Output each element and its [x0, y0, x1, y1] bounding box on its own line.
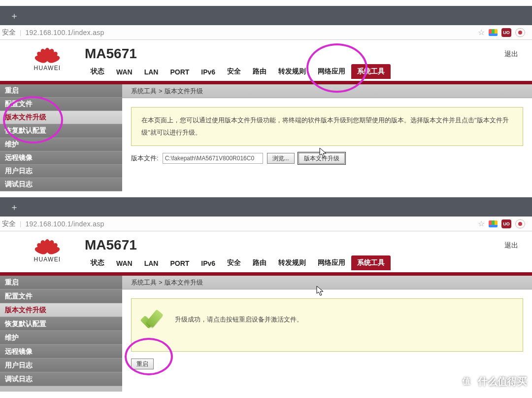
watermark-badge-icon: 值	[459, 374, 474, 389]
sidemenu-item-恢复默认配置[interactable]: 恢复默认配置	[0, 124, 122, 138]
reboot-button[interactable]: 重启	[131, 359, 154, 369]
content-area: 系统工具 > 版本文件升级 在本页面上，您可以通过使用版本文件升级功能，将终端的…	[122, 84, 532, 191]
breadcrumb-root[interactable]: 系统工具	[131, 87, 157, 96]
browser-addressbar: 安全 | 192.168.100.1/index.asp ☆ UO	[0, 25, 532, 40]
ublock-icon[interactable]: UO	[501, 219, 511, 228]
side-menu: 重启配置文件版本文件升级恢复默认配置维护远程镜像用户日志调试日志	[0, 84, 122, 191]
topnav-item-LAN[interactable]: LAN	[138, 65, 165, 79]
topnav-item-WAN[interactable]: WAN	[110, 65, 138, 79]
success-message: 升级成功，请点击按钮重启设备并激活文件。	[175, 305, 303, 334]
watermark: 值 什么值得买	[459, 374, 527, 389]
sidemenu-item-维护[interactable]: 维护	[0, 138, 122, 151]
extension-icon[interactable]	[489, 220, 498, 227]
topnav-item-路由[interactable]: 路由	[247, 64, 272, 79]
topnav-item-网络应用[interactable]: 网络应用	[312, 64, 351, 79]
breadcrumb-leaf: 版本文件升级	[165, 278, 203, 287]
ublock-icon[interactable]: UO	[501, 28, 511, 37]
watermark-text: 什么值得买	[478, 375, 527, 388]
topnav-item-路由[interactable]: 路由	[247, 255, 272, 270]
topnav-item-网络应用[interactable]: 网络应用	[312, 255, 351, 270]
extension-icon[interactable]	[489, 29, 498, 36]
sidemenu-item-版本文件升级[interactable]: 版本文件升级	[0, 303, 122, 317]
topnav-item-状态[interactable]: 状态	[85, 255, 110, 270]
info-banner: 在本页面上，您可以通过使用版本文件升级功能，将终端的软件版本升级到您期望使用的版…	[131, 107, 523, 146]
topnav-item-状态[interactable]: 状态	[85, 64, 110, 79]
side-menu: 重启配置文件版本文件升级恢复默认配置维护远程镜像用户日志调试日志	[0, 276, 122, 392]
logout-link[interactable]: 退出	[504, 241, 518, 250]
topnav-item-安全[interactable]: 安全	[221, 64, 247, 79]
topnav-item-PORT[interactable]: PORT	[164, 256, 195, 270]
sidemenu-item-恢复默认配置[interactable]: 恢复默认配置	[0, 317, 122, 331]
browse-button[interactable]: 浏览...	[267, 153, 295, 164]
brand-text: HUAWEI	[34, 256, 61, 263]
new-tab-icon[interactable]: ＋	[10, 11, 19, 20]
topnav-item-LAN[interactable]: LAN	[138, 256, 165, 270]
huawei-logo: HUAWEI	[16, 40, 79, 81]
bookmark-star-icon[interactable]: ☆	[478, 28, 485, 37]
check-icon	[141, 311, 161, 328]
breadcrumb-root[interactable]: 系统工具	[131, 278, 157, 287]
topnav-item-系统工具[interactable]: 系统工具	[351, 64, 391, 79]
router-header: HUAWEI MA5671 退出 状态WANLANPORTIPv6安全路由转发规…	[0, 231, 532, 272]
topnav-item-安全[interactable]: 安全	[221, 255, 247, 270]
breadcrumb: 系统工具 > 版本文件升级	[122, 84, 532, 98]
logout-link[interactable]: 退出	[504, 50, 518, 59]
body-area: 重启配置文件版本文件升级恢复默认配置维护远程镜像用户日志调试日志 系统工具 > …	[0, 84, 532, 191]
sidemenu-item-版本文件升级[interactable]: 版本文件升级	[0, 111, 122, 124]
sidemenu-item-远程镜像[interactable]: 远程镜像	[0, 345, 122, 359]
breadcrumb-leaf: 版本文件升级	[165, 87, 203, 96]
file-label: 版本文件:	[131, 154, 159, 163]
file-path-input[interactable]	[163, 153, 263, 164]
topnav-item-转发规则[interactable]: 转发规则	[272, 64, 312, 79]
topnav-item-系统工具[interactable]: 系统工具	[351, 255, 391, 270]
browser-addressbar: 安全 | 192.168.100.1/index.asp ☆ UO	[0, 217, 532, 231]
sidemenu-item-用户日志[interactable]: 用户日志	[0, 165, 122, 178]
breadcrumb: 系统工具 > 版本文件升级	[122, 276, 532, 289]
sidemenu-item-维护[interactable]: 维护	[0, 331, 122, 345]
sidemenu-item-配置文件[interactable]: 配置文件	[0, 98, 122, 111]
router-header: HUAWEI MA5671 退出 状态WANLANPORTIPv6安全路由转发规…	[0, 40, 532, 81]
topnav-item-IPv6[interactable]: IPv6	[195, 256, 221, 270]
sidemenu-item-重启[interactable]: 重启	[0, 84, 122, 98]
extension-eye-icon[interactable]	[515, 219, 525, 228]
topnav-item-WAN[interactable]: WAN	[110, 256, 138, 270]
browser-tabstrip: ＋	[0, 6, 532, 25]
success-banner: 升级成功，请点击按钮重启设备并激活文件。	[131, 298, 523, 352]
top-nav: 状态WANLANPORTIPv6安全路由转发规则网络应用系统工具	[85, 256, 391, 270]
browser-tabstrip: ＋	[0, 197, 532, 217]
panel-upgrade-success: ＋ 安全 | 192.168.100.1/index.asp ☆ UO HUAW…	[0, 197, 532, 392]
body-area: 重启配置文件版本文件升级恢复默认配置维护远程镜像用户日志调试日志 系统工具 > …	[0, 276, 532, 392]
url-text[interactable]: 192.168.100.1/index.asp	[25, 220, 104, 228]
top-nav: 状态WANLANPORTIPv6安全路由转发规则网络应用系统工具	[85, 65, 391, 79]
upgrade-form-row: 版本文件: 浏览... 版本文件升级	[131, 153, 523, 164]
sidemenu-item-配置文件[interactable]: 配置文件	[0, 289, 122, 303]
brand-text: HUAWEI	[34, 65, 61, 72]
sidemenu-item-调试日志[interactable]: 调试日志	[0, 178, 122, 191]
panel-upgrade-form: ＋ 安全 | 192.168.100.1/index.asp ☆ UO HUAW…	[0, 0, 532, 191]
security-indicator: 安全	[0, 219, 16, 228]
security-indicator: 安全	[0, 28, 16, 37]
sidemenu-item-重启[interactable]: 重启	[0, 276, 122, 289]
new-tab-icon[interactable]: ＋	[10, 203, 19, 212]
huawei-logo: HUAWEI	[16, 231, 79, 272]
topnav-item-PORT[interactable]: PORT	[164, 65, 195, 79]
extension-eye-icon[interactable]	[515, 28, 525, 37]
topnav-item-转发规则[interactable]: 转发规则	[272, 255, 312, 270]
sidemenu-item-用户日志[interactable]: 用户日志	[0, 359, 122, 372]
url-text[interactable]: 192.168.100.1/index.asp	[25, 29, 104, 36]
bookmark-star-icon[interactable]: ☆	[478, 219, 485, 228]
topnav-item-IPv6[interactable]: IPv6	[195, 65, 221, 79]
sidemenu-item-调试日志[interactable]: 调试日志	[0, 372, 122, 386]
upgrade-button[interactable]: 版本文件升级	[299, 153, 345, 164]
sidemenu-item-远程镜像[interactable]: 远程镜像	[0, 151, 122, 165]
